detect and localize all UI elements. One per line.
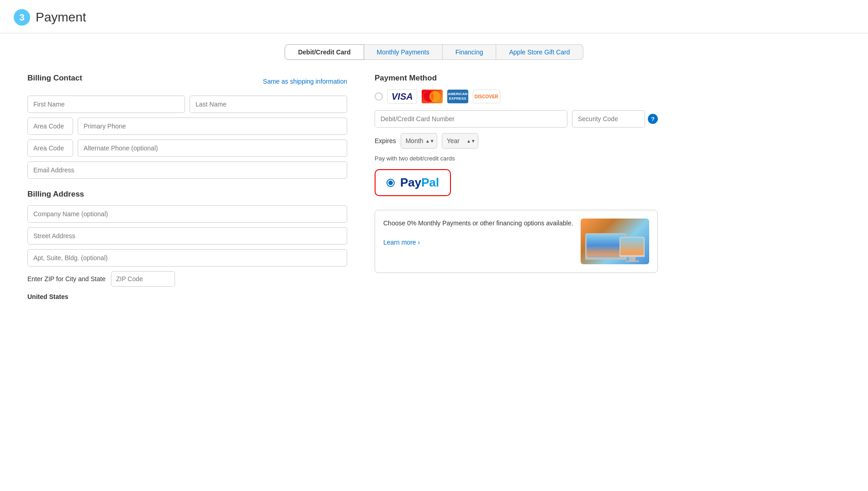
tab-financing[interactable]: Financing: [443, 44, 497, 60]
zip-label: Enter ZIP for City and State: [27, 275, 106, 283]
country-text: United States: [27, 293, 347, 300]
alt-phone-input[interactable]: [78, 139, 347, 157]
amex-logo: AMERICANEXPRESS: [447, 90, 468, 103]
primary-phone-row: [27, 117, 347, 135]
apt-row: [27, 249, 347, 267]
last-name-input[interactable]: [190, 96, 347, 113]
learn-more-link[interactable]: Learn more ›: [383, 239, 420, 246]
discover-logo: DISCOVER: [473, 90, 500, 103]
month-select[interactable]: Month 010203 040506 070809 101112: [401, 133, 437, 149]
month-select-wrap: Month 010203 040506 070809 101112 ▲▼: [401, 133, 437, 149]
tab-debit-credit[interactable]: Debit/Credit Card: [285, 44, 364, 60]
tabs-container: Debit/Credit Card Monthly Payments Finan…: [0, 33, 868, 69]
security-code-input[interactable]: [572, 110, 645, 128]
security-code-wrap: ?: [572, 110, 658, 128]
zip-row: Enter ZIP for City and State: [27, 271, 347, 287]
left-panel: Billing Contact Same as shipping informa…: [27, 74, 347, 300]
paypal-radio-inner: [388, 181, 393, 185]
email-row: [27, 161, 347, 179]
year-select[interactable]: Year 202420252026 2027202820292030: [442, 133, 478, 149]
two-cards-link[interactable]: Pay with two debit/credit cards: [375, 155, 658, 162]
street-row: [27, 227, 347, 245]
paypal-radio[interactable]: [386, 179, 395, 187]
alt-phone-row: [27, 139, 347, 157]
card-number-input[interactable]: [375, 110, 567, 128]
email-input[interactable]: [27, 161, 347, 179]
paypal-box[interactable]: PayPal: [375, 169, 451, 196]
paypal-logo: PayPal: [400, 176, 439, 190]
visa-logo: VISA: [387, 89, 417, 104]
name-row: [27, 96, 347, 113]
imac-stand: [629, 257, 635, 261]
billing-contact-title: Billing Contact: [27, 74, 82, 83]
primary-phone-input[interactable]: [78, 117, 347, 135]
imac-screen: [619, 237, 645, 257]
same-as-shipping-link[interactable]: Same as shipping information: [263, 78, 347, 85]
security-code-help-icon[interactable]: ?: [648, 114, 658, 124]
street-input[interactable]: [27, 227, 347, 245]
card-radio[interactable]: [375, 92, 383, 101]
year-select-wrap: Year 202420252026 2027202820292030 ▲▼: [442, 133, 478, 149]
area-code2-input[interactable]: [27, 139, 73, 157]
main-content: Billing Contact Same as shipping informa…: [0, 69, 868, 319]
step-circle: 3: [14, 9, 30, 26]
imac-screen-inner: [620, 238, 644, 255]
card-logos-row: VISA AMERICANEXPRESS DISCOVER: [375, 89, 658, 104]
promo-image: [581, 219, 649, 264]
company-input[interactable]: [27, 205, 347, 223]
area-code-input[interactable]: [27, 117, 73, 135]
imac-foot: [625, 261, 639, 262]
payment-method-title: Payment Method: [375, 74, 658, 83]
billing-address-section: Billing Address Enter ZIP for City and S…: [27, 190, 347, 300]
expires-row: Expires Month 010203 040506 070809 10111…: [375, 133, 658, 149]
expires-label: Expires: [375, 137, 396, 144]
macbook-base: [587, 255, 624, 257]
promo-text: Choose 0% Monthly Payments or other fina…: [383, 219, 573, 247]
promo-box: Choose 0% Monthly Payments or other fina…: [375, 210, 658, 273]
billing-address-title: Billing Address: [27, 190, 347, 199]
tab-monthly-payments[interactable]: Monthly Payments: [364, 44, 443, 60]
promo-description: Choose 0% Monthly Payments or other fina…: [383, 219, 573, 227]
imac-illustration: [619, 237, 645, 262]
page-title: Payment: [36, 10, 86, 25]
zip-input[interactable]: [111, 271, 175, 287]
page-header: 3 Payment: [0, 0, 868, 33]
first-name-input[interactable]: [27, 96, 185, 113]
mastercard-logo: [422, 90, 443, 103]
right-panel: Payment Method VISA AMERICANEXPRESS DISC…: [375, 74, 658, 300]
tab-gift-card[interactable]: Apple Store Gift Card: [496, 44, 583, 60]
company-row: [27, 205, 347, 223]
apt-input[interactable]: [27, 249, 347, 267]
billing-contact-header: Billing Contact Same as shipping informa…: [27, 74, 347, 89]
card-number-row: ?: [375, 110, 658, 128]
